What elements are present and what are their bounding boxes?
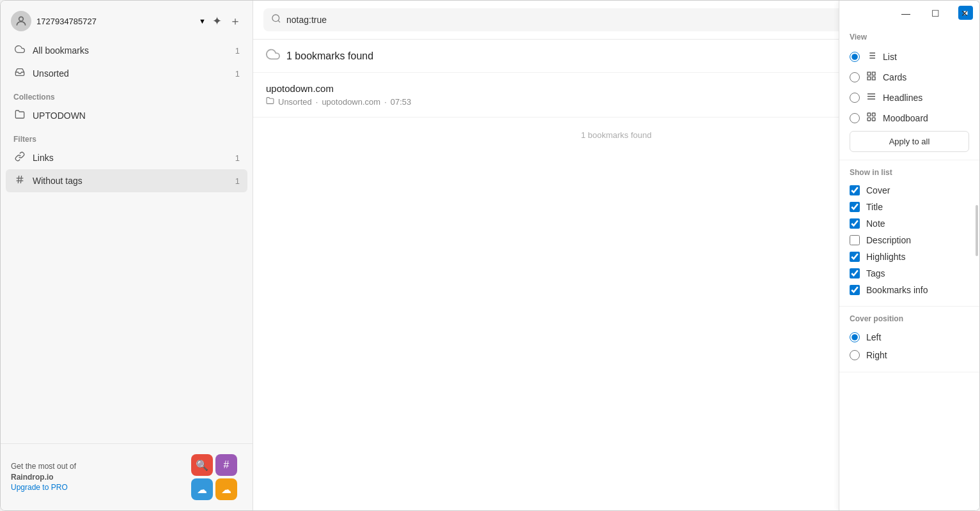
collections-nav: UPTODOWN xyxy=(1,104,253,127)
bookmark-separator-1: · xyxy=(316,97,318,107)
checkbox-highlights[interactable]: Highlights xyxy=(850,248,969,265)
promo-icon-search: 🔍 xyxy=(191,454,213,476)
cover-position-right[interactable]: Right xyxy=(850,346,969,364)
bookmarks-info-label: Bookmarks info xyxy=(866,285,928,295)
footer-text-line1: Get the most out of Raindrop.io Upgrade … xyxy=(11,461,183,493)
sidebar-item-all-bookmarks[interactable]: All bookmarks 1 xyxy=(6,39,247,62)
cover-label: Cover xyxy=(866,185,890,195)
headlines-view-icon xyxy=(866,91,876,104)
view-headlines-label: Headlines xyxy=(883,93,922,103)
bookmark-collection: Unsorted xyxy=(278,97,312,107)
svg-rect-23 xyxy=(872,77,875,80)
promo-icon-hash: # xyxy=(215,454,237,476)
app-window: — ☐ ✕ 1727934785727 ▼ ✦ ＋ xyxy=(0,0,980,511)
svg-point-5 xyxy=(272,15,279,22)
view-cards-label: Cards xyxy=(883,72,906,82)
sparkle-button[interactable]: ✦ xyxy=(211,13,223,29)
all-bookmarks-label: All bookmarks xyxy=(33,45,89,56)
cloud-nav-icon xyxy=(13,44,26,57)
checkbox-tags[interactable]: Tags xyxy=(850,265,969,282)
view-option-list[interactable]: List xyxy=(850,47,969,67)
all-bookmarks-count: 1 xyxy=(235,46,240,56)
svg-line-6 xyxy=(278,20,280,22)
checkbox-description[interactable]: Description xyxy=(850,232,969,248)
view-option-cards[interactable]: Cards xyxy=(850,67,969,88)
header-cloud-icon xyxy=(266,47,280,65)
cover-position-left[interactable]: Left xyxy=(850,328,969,346)
bookmarks-found-label: 1 bookmarks found xyxy=(286,50,373,62)
list-view-icon xyxy=(866,50,876,63)
hash-icon xyxy=(13,174,26,187)
upgrade-pro-link[interactable]: Upgrade to PRO xyxy=(11,483,68,492)
view-option-headlines[interactable]: Headlines xyxy=(850,88,969,108)
sidebar-item-uptodown[interactable]: UPTODOWN xyxy=(6,104,247,127)
tags-label: Tags xyxy=(866,268,885,278)
sidebar: 1727934785727 ▼ ✦ ＋ All bookmarks 1 xyxy=(1,1,253,510)
view-moodboard-label: Moodboard xyxy=(883,113,928,123)
svg-rect-29 xyxy=(867,118,871,121)
bookmark-separator-2: · xyxy=(384,97,387,107)
sidebar-item-unsorted[interactable]: Unsorted 1 xyxy=(6,62,247,85)
checkbox-title[interactable]: Title xyxy=(850,199,969,215)
user-id-label: 1727934785727 xyxy=(36,17,194,26)
svg-rect-28 xyxy=(872,113,875,116)
uptodown-label: UPTODOWN xyxy=(33,111,86,121)
sidebar-item-links[interactable]: Links 1 xyxy=(6,146,247,169)
moodboard-view-icon xyxy=(866,112,876,125)
sidebar-item-without-tags[interactable]: Without tags 1 xyxy=(6,169,247,192)
collections-section-label: Collections xyxy=(1,85,253,104)
sidebar-actions: ✦ ＋ xyxy=(211,12,242,30)
highlights-label: Highlights xyxy=(866,252,905,262)
bookmark-time: 07:53 xyxy=(391,97,412,107)
checkbox-bookmarks-info[interactable]: Bookmarks info xyxy=(850,282,969,298)
unsorted-label: Unsorted xyxy=(33,68,69,79)
main-layout: 1727934785727 ▼ ✦ ＋ All bookmarks 1 xyxy=(1,1,979,510)
links-count: 1 xyxy=(235,153,240,163)
show-in-list-section: Show in list Cover Title Note Descriptio… xyxy=(839,160,979,307)
view-panel: ■ View List xyxy=(839,1,979,510)
add-button[interactable]: ＋ xyxy=(228,12,242,30)
maximize-button[interactable]: ☐ xyxy=(921,1,950,26)
view-section-label: View xyxy=(850,33,969,42)
search-input[interactable] xyxy=(286,15,906,25)
user-dropdown-icon[interactable]: ▼ xyxy=(199,17,206,25)
svg-line-4 xyxy=(20,176,21,183)
avatar[interactable] xyxy=(11,11,31,31)
footer-bookmarks-count: 1 bookmarks found xyxy=(581,130,652,140)
svg-rect-21 xyxy=(872,72,875,75)
apply-to-all-button[interactable]: Apply to all xyxy=(850,131,969,152)
description-label: Description xyxy=(866,235,911,245)
filters-nav: Links 1 Without tags 1 xyxy=(1,146,253,192)
footer-brand: Raindrop.io xyxy=(11,473,54,482)
view-section: View List xyxy=(839,25,979,160)
search-input-wrap[interactable] xyxy=(263,8,914,31)
without-tags-label: Without tags xyxy=(33,176,82,186)
view-option-moodboard[interactable]: Moodboard xyxy=(850,108,969,128)
left-label: Left xyxy=(866,332,881,342)
scrollbar[interactable] xyxy=(976,205,978,256)
collection-meta-icon xyxy=(266,96,274,107)
cover-position-section: Cover position Left Right xyxy=(839,307,979,372)
show-in-list-label: Show in list xyxy=(850,168,969,177)
svg-rect-30 xyxy=(872,118,875,121)
promo-icon-box: ☁ xyxy=(191,478,213,500)
without-tags-count: 1 xyxy=(235,176,240,186)
cards-view-icon xyxy=(866,71,876,84)
svg-rect-20 xyxy=(867,72,871,75)
close-button[interactable]: ✕ xyxy=(950,1,979,26)
sidebar-header: 1727934785727 ▼ ✦ ＋ xyxy=(1,1,253,39)
window-controls: — ☐ ✕ xyxy=(891,1,979,26)
links-label: Links xyxy=(33,153,54,163)
svg-point-0 xyxy=(19,17,24,21)
title-label: Title xyxy=(866,202,883,212)
filters-section-label: Filters xyxy=(1,127,253,146)
sidebar-footer: Get the most out of Raindrop.io Upgrade … xyxy=(1,443,253,510)
checkbox-cover[interactable]: Cover xyxy=(850,182,969,199)
link-icon xyxy=(13,151,26,164)
footer-promo-icons: 🔍 # ☁ ☁ xyxy=(191,454,242,500)
minimize-button[interactable]: — xyxy=(891,1,921,26)
svg-rect-22 xyxy=(867,77,871,80)
sidebar-nav: All bookmarks 1 Unsorted 1 xyxy=(1,39,253,85)
checkbox-note[interactable]: Note xyxy=(850,215,969,232)
right-label: Right xyxy=(866,350,887,360)
